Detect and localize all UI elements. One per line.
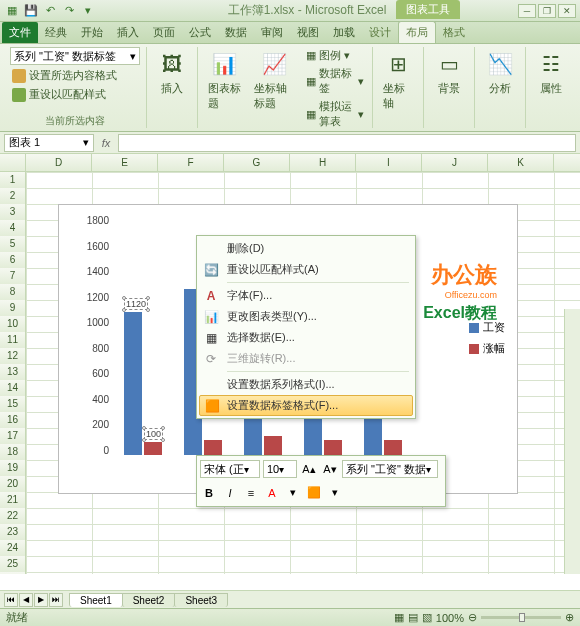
chart-bar[interactable] xyxy=(264,436,282,455)
tab-nav-first[interactable]: ⏮ xyxy=(4,593,18,607)
tab-insert[interactable]: 插入 xyxy=(110,22,146,43)
menu-reset-style[interactable]: 🔄重设以匹配样式(A) xyxy=(199,259,413,280)
zoom-slider[interactable] xyxy=(481,616,561,619)
row-header[interactable]: 24 xyxy=(0,540,26,556)
legend-button[interactable]: ▦图例▾ xyxy=(304,47,366,64)
data-label[interactable]: 100 xyxy=(144,428,163,440)
undo-icon[interactable]: ↶ xyxy=(42,3,58,19)
tab-home[interactable]: 开始 xyxy=(74,22,110,43)
chart-bar[interactable] xyxy=(144,442,162,455)
row-header[interactable]: 16 xyxy=(0,412,26,428)
restore-button[interactable]: ❐ xyxy=(538,4,556,18)
row-header[interactable]: 14 xyxy=(0,380,26,396)
qat-dropdown-icon[interactable]: ▾ xyxy=(80,3,96,19)
row-header[interactable]: 26 xyxy=(0,572,26,574)
tab-design[interactable]: 设计 xyxy=(362,22,398,43)
format-selection-button[interactable]: 设置所选内容格式 xyxy=(10,67,140,84)
background-button[interactable]: ▭背景 xyxy=(430,47,468,98)
chart-element-selector[interactable]: 系列 "工资" 数据标签▾ xyxy=(10,47,140,65)
row-header[interactable]: 3 xyxy=(0,204,26,220)
view-normal-icon[interactable]: ▦ xyxy=(394,611,404,624)
menu-series-format[interactable]: 设置数据系列格式(I)... xyxy=(199,374,413,395)
row-header[interactable]: 2 xyxy=(0,188,26,204)
row-header[interactable]: 8 xyxy=(0,284,26,300)
chart-bar[interactable] xyxy=(124,312,142,455)
row-header[interactable]: 23 xyxy=(0,524,26,540)
row-header[interactable]: 25 xyxy=(0,556,26,572)
tab-layout[interactable]: 布局 xyxy=(398,21,436,43)
more-button[interactable]: ▾ xyxy=(326,484,344,502)
zoom-level[interactable]: 100% xyxy=(436,612,464,624)
chart-bar[interactable] xyxy=(324,440,342,455)
row-header[interactable]: 22 xyxy=(0,508,26,524)
italic-button[interactable]: I xyxy=(221,484,239,502)
format-button[interactable]: 🟧 xyxy=(305,484,323,502)
data-labels-button[interactable]: ▦数据标签▾ xyxy=(304,65,366,97)
row-header[interactable]: 19 xyxy=(0,460,26,476)
sheet-tab[interactable]: Sheet2 xyxy=(122,593,176,607)
font-combo[interactable]: 宋体 (正▾ xyxy=(200,460,260,478)
tab-nav-last[interactable]: ⏭ xyxy=(49,593,63,607)
data-label[interactable]: 1120 xyxy=(124,298,148,310)
row-header[interactable]: 17 xyxy=(0,428,26,444)
row-header[interactable]: 18 xyxy=(0,444,26,460)
chart-title-button[interactable]: 📊图表标题 xyxy=(204,47,246,130)
analysis-button[interactable]: 📉分析 xyxy=(481,47,519,98)
tab-view[interactable]: 视图 xyxy=(290,22,326,43)
row-header[interactable]: 10 xyxy=(0,316,26,332)
border-button[interactable]: ▾ xyxy=(284,484,302,502)
col-header[interactable]: J xyxy=(422,154,488,171)
row-header[interactable]: 4 xyxy=(0,220,26,236)
sheet-tab[interactable]: Sheet1 xyxy=(69,593,123,607)
row-header[interactable]: 6 xyxy=(0,252,26,268)
vertical-scrollbar[interactable] xyxy=(564,309,580,574)
close-button[interactable]: ✕ xyxy=(558,4,576,18)
row-header[interactable]: 13 xyxy=(0,364,26,380)
properties-button[interactable]: ☷属性 xyxy=(532,47,570,98)
axes-button[interactable]: ⊞坐标轴 xyxy=(379,47,417,113)
bold-button[interactable]: B xyxy=(200,484,218,502)
row-header[interactable]: 11 xyxy=(0,332,26,348)
view-page-icon[interactable]: ▤ xyxy=(408,611,418,624)
menu-font[interactable]: A字体(F)... xyxy=(199,285,413,306)
view-break-icon[interactable]: ▧ xyxy=(422,611,432,624)
tab-addins[interactable]: 加载 xyxy=(326,22,362,43)
row-header[interactable]: 7 xyxy=(0,268,26,284)
name-box[interactable]: 图表 1▾ xyxy=(4,134,94,152)
chart-legend[interactable]: 工资 涨幅 xyxy=(469,320,505,362)
insert-button[interactable]: 🖼插入 xyxy=(153,47,191,98)
zoom-out-button[interactable]: ⊖ xyxy=(468,611,477,624)
formula-input[interactable] xyxy=(118,134,576,152)
tab-review[interactable]: 审阅 xyxy=(254,22,290,43)
row-header[interactable]: 15 xyxy=(0,396,26,412)
data-table-button[interactable]: ▦模拟运算表▾ xyxy=(304,98,366,130)
tab-page[interactable]: 页面 xyxy=(146,22,182,43)
tab-nav-prev[interactable]: ◀ xyxy=(19,593,33,607)
row-header[interactable]: 12 xyxy=(0,348,26,364)
row-header[interactable]: 1 xyxy=(0,172,26,188)
font-color-button[interactable]: A xyxy=(263,484,281,502)
grow-font-button[interactable]: A▴ xyxy=(300,460,318,478)
col-header[interactable]: H xyxy=(290,154,356,171)
col-header[interactable]: D xyxy=(26,154,92,171)
menu-label-format[interactable]: 🟧设置数据标签格式(F)... xyxy=(199,395,413,416)
tab-data[interactable]: 数据 xyxy=(218,22,254,43)
col-header[interactable]: I xyxy=(356,154,422,171)
select-all-corner[interactable] xyxy=(0,154,26,171)
series-combo[interactable]: 系列 "工资" 数据▾ xyxy=(342,460,438,478)
menu-change-chart-type[interactable]: 📊更改图表类型(Y)... xyxy=(199,306,413,327)
col-header[interactable]: G xyxy=(224,154,290,171)
row-header[interactable]: 20 xyxy=(0,476,26,492)
row-header[interactable]: 21 xyxy=(0,492,26,508)
tab-file[interactable]: 文件 xyxy=(2,22,38,43)
reset-style-button[interactable]: 重设以匹配样式 xyxy=(10,86,140,103)
col-header[interactable]: F xyxy=(158,154,224,171)
col-header[interactable]: K xyxy=(488,154,554,171)
sheet-tab[interactable]: Sheet3 xyxy=(174,593,228,607)
row-header[interactable]: 9 xyxy=(0,300,26,316)
tab-classic[interactable]: 经典 xyxy=(38,22,74,43)
tab-format[interactable]: 格式 xyxy=(436,22,472,43)
redo-icon[interactable]: ↷ xyxy=(61,3,77,19)
save-icon[interactable]: 💾 xyxy=(23,3,39,19)
tab-nav-next[interactable]: ▶ xyxy=(34,593,48,607)
